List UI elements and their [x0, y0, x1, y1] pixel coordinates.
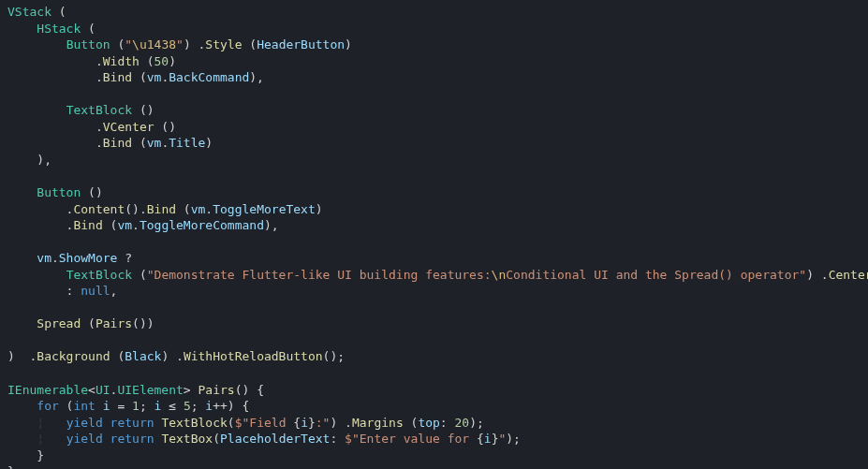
code-token: 1: [132, 399, 140, 413]
code-line: }: [7, 463, 868, 469]
code-line: Button ("\u1438") .Style (HeaderButton): [7, 37, 868, 53]
code-token: i: [301, 416, 308, 430]
code-token: ();: [323, 349, 345, 363]
code-line: .Content().Bind (vm.ToggleMoreText): [7, 201, 868, 218]
code-token: yield: [66, 416, 103, 430]
code-token: i: [205, 399, 213, 413]
code-token: ): [205, 136, 213, 150]
code-token: ≤: [161, 399, 183, 413]
code-token: Pairs: [96, 316, 132, 330]
code-token: Center: [829, 268, 868, 282]
code-token: (: [243, 37, 257, 51]
code-token: ;: [191, 399, 206, 413]
code-token: [7, 416, 37, 430]
code-token: for: [37, 399, 58, 413]
code-token: ": [125, 37, 132, 51]
code-token: .: [7, 120, 103, 134]
code-token: ;: [140, 399, 154, 413]
code-token: (: [132, 70, 147, 84]
code-line: Spread (Pairs()): [7, 315, 868, 332]
code-token: vm: [117, 218, 132, 232]
code-token: }: [308, 416, 316, 430]
code-token: ) .: [184, 37, 205, 51]
code-token: Black: [125, 349, 161, 363]
code-token: ()): [132, 316, 154, 330]
code-token: return: [110, 432, 154, 446]
code-token: vm: [147, 70, 162, 84]
code-token: [7, 185, 37, 199]
code-token: vm: [37, 251, 51, 265]
code-token: "Demonstrate Flutter-like UI building fe…: [147, 268, 492, 282]
code-line: [7, 300, 868, 316]
code-token: 5: [184, 399, 191, 413]
code-token: .: [205, 202, 213, 216]
code-token: :: [440, 416, 455, 430]
code-token: <: [88, 383, 96, 397]
code-token: =: [110, 399, 132, 413]
code-line: VStack (: [7, 4, 868, 21]
code-token: ?: [117, 251, 132, 265]
code-line: TextBlock ("Demonstrate Flutter-like UI …: [7, 267, 868, 284]
code-token: (: [81, 22, 96, 36]
code-token: VStack: [7, 5, 51, 19]
code-token: );: [506, 432, 521, 446]
code-token: i: [484, 432, 492, 446]
code-token: PlaceholderText: [220, 432, 330, 446]
code-token: [7, 268, 66, 282]
code-editor[interactable]: VStack ( HStack ( Button ("\u1438") .Sty…: [0, 0, 868, 469]
code-line: [7, 168, 868, 184]
code-token: null: [81, 284, 110, 298]
code-token: Width: [103, 54, 140, 68]
code-line: for (int i = 1; i ≤ 5; i++) {: [7, 398, 868, 415]
code-token: (: [51, 5, 66, 19]
code-token: Pairs: [199, 383, 235, 397]
code-token: return: [110, 416, 154, 430]
code-token: vm: [147, 136, 162, 150]
code-token: ToggleMoreCommand: [140, 218, 264, 232]
code-token: [7, 316, 37, 330]
code-token: () {: [235, 383, 264, 397]
code-token: >: [184, 383, 199, 397]
code-token: TextBlock: [66, 268, 132, 282]
code-token: (: [81, 316, 96, 330]
code-token: UI: [96, 383, 110, 397]
code-token: (: [103, 218, 118, 232]
code-line: .Bind (vm.BackCommand),: [7, 69, 868, 86]
code-token: ): [169, 54, 176, 68]
code-token: ": [176, 37, 184, 51]
code-token: WithHotReloadButton: [184, 349, 323, 363]
code-token: ): [345, 37, 352, 51]
code-token: Bind: [73, 218, 102, 232]
code-line: .Width (50): [7, 53, 868, 70]
code-token: ),: [264, 218, 279, 232]
code-token: .: [7, 54, 103, 68]
code-token: (): [81, 185, 102, 199]
code-token: IEnumerable: [7, 383, 88, 397]
code-token: HeaderButton: [257, 37, 345, 51]
code-token: );: [469, 416, 484, 430]
code-token: [7, 22, 37, 36]
code-token: ) .: [161, 349, 183, 363]
code-token: Background: [37, 349, 110, 363]
code-token: (: [132, 268, 147, 282]
code-token: ) .: [330, 416, 351, 430]
code-token: (: [110, 37, 125, 51]
code-token: Button: [66, 37, 110, 51]
code-token: [7, 37, 66, 51]
code-token: ++) {: [213, 399, 249, 413]
code-token: Button: [37, 185, 81, 199]
code-token: .: [7, 218, 73, 232]
code-token: (: [59, 399, 74, 413]
code-token: [103, 432, 110, 446]
code-token: Spread: [37, 316, 81, 330]
code-token: ,: [110, 284, 118, 298]
code-line: [7, 234, 868, 251]
code-line: ¦ yield return TextBlock($"Field {i}:") …: [7, 415, 868, 432]
code-token: $"Enter value for: [345, 432, 477, 446]
code-token: .: [7, 70, 103, 84]
code-token: Bind: [147, 202, 176, 216]
code-line: .Bind (vm.Title): [7, 135, 868, 152]
code-line: ¦ yield return TextBox(PlaceholderText: …: [7, 431, 868, 447]
code-token: (: [404, 416, 419, 430]
code-token: Bind: [103, 70, 132, 84]
